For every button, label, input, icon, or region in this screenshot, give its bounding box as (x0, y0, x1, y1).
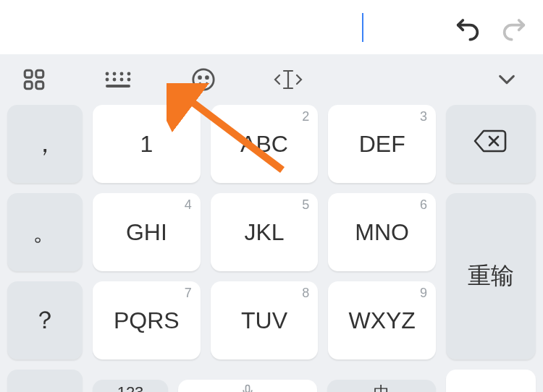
svg-point-7 (127, 72, 131, 76)
mic-key[interactable] (178, 380, 317, 392)
key-digit: 5 (302, 197, 309, 213)
keyboard-toolbar (0, 54, 543, 105)
key-7-pqrs[interactable]: 7PQRS (93, 281, 201, 359)
key-label: 。 (33, 216, 57, 249)
key-label: TUV (241, 307, 287, 334)
period-key[interactable]: 。 (7, 193, 83, 271)
svg-point-10 (120, 78, 124, 82)
keyboard-icon[interactable] (104, 69, 133, 90)
redo-icon[interactable] (500, 13, 529, 42)
keyboard: ， 。 ？ ！ 符 1 2ABC 3DEF 4GHI 5JKL 6MNO 7PQ… (0, 105, 543, 392)
mic-icon (240, 383, 255, 392)
exclaim-key[interactable]: ！ (7, 370, 83, 392)
svg-point-6 (120, 72, 124, 76)
svg-point-9 (113, 78, 117, 82)
key-digit: 2 (302, 109, 309, 124)
undo-icon[interactable] (453, 13, 482, 42)
text-input-area[interactable] (0, 0, 543, 54)
question-key[interactable]: ？ (7, 281, 83, 359)
text-cursor (362, 13, 363, 42)
svg-rect-16 (246, 385, 250, 393)
key-3-def[interactable]: 3DEF (328, 105, 436, 183)
key-digit: 6 (420, 197, 427, 213)
key-label: DEF (359, 131, 405, 158)
key-4-ghi[interactable]: 4GHI (93, 193, 201, 271)
svg-rect-2 (25, 82, 32, 89)
cursor-mode-icon[interactable] (274, 68, 303, 91)
backspace-icon (473, 128, 508, 160)
apps-icon[interactable] (22, 67, 46, 92)
punctuation-column: ， 。 ？ ！ 符 (7, 105, 83, 392)
key-6-mno[interactable]: 6MNO (328, 193, 436, 271)
key-2-abc[interactable]: 2ABC (211, 105, 319, 183)
emoji-icon[interactable] (191, 67, 216, 92)
key-1[interactable]: 1 (93, 105, 201, 183)
key-label: 重输 (468, 260, 514, 292)
right-column: 重输 0 (446, 105, 536, 392)
svg-point-13 (193, 69, 214, 90)
key-label: GHI (126, 219, 167, 246)
svg-point-5 (113, 72, 117, 76)
key-label: 1 (140, 131, 153, 158)
key-label: ABC (240, 131, 288, 158)
svg-rect-1 (36, 70, 43, 77)
lang-key[interactable]: 中 (327, 380, 436, 392)
svg-point-4 (106, 72, 109, 76)
svg-rect-0 (25, 70, 32, 77)
key-0[interactable]: 0 (446, 370, 536, 392)
svg-rect-3 (36, 82, 43, 89)
key-digit: 9 (420, 286, 427, 301)
comma-key[interactable]: ， (7, 105, 83, 183)
key-label: 123 (117, 383, 144, 392)
key-8-tuv[interactable]: 8TUV (211, 281, 319, 359)
backspace-key[interactable] (446, 105, 536, 183)
key-digit: 8 (302, 286, 309, 301)
undo-redo-group (453, 13, 529, 42)
svg-point-8 (106, 78, 109, 82)
key-label: PQRS (114, 307, 180, 334)
key-label: JKL (244, 219, 284, 246)
svg-point-14 (199, 77, 201, 79)
key-digit: 7 (185, 286, 192, 301)
svg-rect-12 (106, 85, 130, 88)
key-label: 中 (374, 382, 390, 392)
svg-point-15 (206, 77, 209, 79)
key-5-jkl[interactable]: 5JKL (211, 193, 319, 271)
key-9-wxyz[interactable]: 9WXYZ (328, 281, 436, 359)
key-digit: 4 (185, 197, 192, 213)
t9-column: 1 2ABC 3DEF 4GHI 5JKL 6MNO 7PQRS 8TUV 9W… (93, 105, 436, 392)
key-label: MNO (355, 219, 409, 246)
key-label: ？ (33, 304, 57, 337)
key-digit: 3 (420, 109, 427, 124)
svg-point-11 (127, 78, 131, 82)
key-label: ， (33, 127, 57, 161)
retype-key[interactable]: 重输 (446, 193, 536, 359)
key-label: WXYZ (348, 307, 415, 334)
collapse-keyboard-icon[interactable] (492, 69, 521, 90)
numeric-key[interactable]: 123 (93, 380, 168, 392)
